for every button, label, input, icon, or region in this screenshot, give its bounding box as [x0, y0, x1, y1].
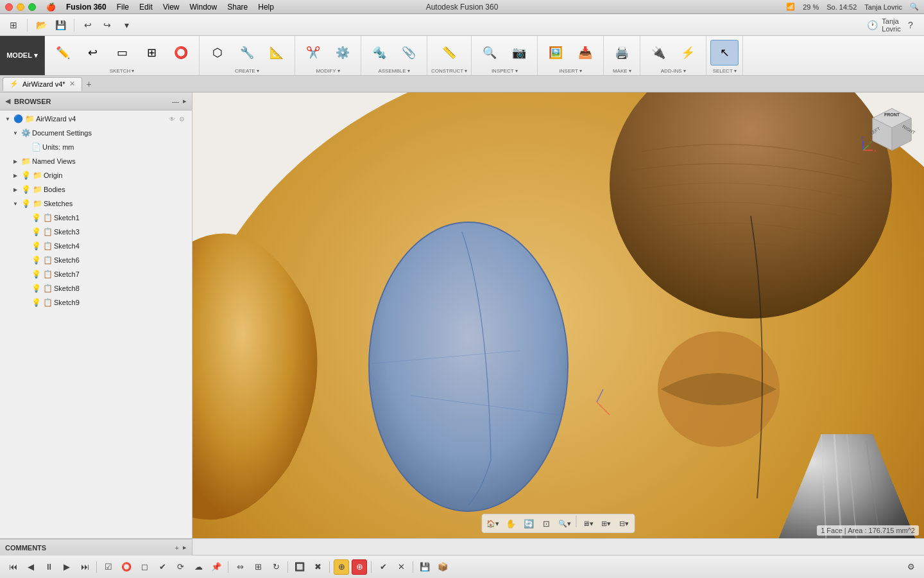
addins-tool-plugin[interactable]: 🔌 — [644, 40, 672, 66]
history-button[interactable]: 🕐 — [864, 17, 880, 33]
tree-item-sketches[interactable]: ▼ 💡 📁 Sketches — [0, 197, 192, 211]
vp-grid[interactable]: ⊞▾ — [599, 516, 614, 531]
marker-pin[interactable]: 📌 — [209, 559, 224, 575]
visibility-button[interactable]: 👁 — [169, 116, 179, 123]
user-button[interactable]: Tanja Lovric — [883, 17, 900, 33]
inspect-tool-measure[interactable]: 🔍 — [475, 40, 504, 66]
tree-item-named-views[interactable]: ▶ 📁 Named Views — [0, 154, 192, 168]
close-button[interactable] — [5, 3, 13, 11]
marker-refresh[interactable]: ⟳ — [173, 559, 188, 575]
rotate-tool[interactable]: ↻ — [268, 559, 284, 575]
help-button[interactable]: ? — [902, 17, 919, 33]
user-name[interactable]: Tanja Lovric — [864, 3, 902, 11]
addins-tool-script[interactable]: ⚡ — [674, 40, 702, 66]
menu-window[interactable]: Window — [190, 3, 218, 12]
settings-button[interactable]: ⚙ — [903, 559, 919, 575]
tree-item-sketch7[interactable]: 💡 📋 Sketch7 — [0, 267, 192, 281]
assemble-tool-joint[interactable]: 🔩 — [365, 40, 393, 66]
capture-btn[interactable]: 🔲 — [292, 559, 307, 575]
tree-item-sketch1[interactable]: 💡 📋 Sketch1 — [0, 211, 192, 225]
marker-circle[interactable]: ⭕ — [119, 559, 134, 575]
viewport[interactable]: FRONT LEFT RIGHT X Z Y 1 Face | Area : 1… — [193, 92, 924, 538]
toggle-origin[interactable]: ▶ — [10, 170, 21, 180]
check-tool[interactable]: ✔ — [375, 559, 391, 575]
vp-nav-zoom[interactable]: 🔍▾ — [557, 516, 572, 531]
vp-nav-orbit[interactable]: 🔄 — [521, 516, 536, 531]
sidebar-pin-button[interactable]: ▸ — [183, 97, 187, 105]
vp-nav-home[interactable]: 🏠▾ — [485, 516, 501, 531]
maximize-button[interactable] — [28, 3, 36, 11]
make-tool-print[interactable]: 🖨️ — [608, 40, 636, 66]
grid-snap[interactable]: ⊞ — [250, 559, 266, 575]
package-tool[interactable]: 📦 — [435, 559, 450, 575]
search-icon[interactable]: 🔍 — [910, 3, 919, 11]
modify-tool-fillet[interactable]: ✂️ — [299, 40, 327, 66]
sketch-tool-grid[interactable]: ⊞ — [137, 40, 166, 66]
more-button[interactable]: ▾ — [118, 17, 135, 33]
viewcube[interactable]: FRONT LEFT RIGHT X Z Y — [860, 99, 918, 157]
redo-button[interactable]: ↪ — [99, 17, 116, 33]
menu-view[interactable]: View — [163, 3, 180, 12]
menu-share[interactable]: Share — [227, 3, 248, 12]
playback-next[interactable]: ▶ — [59, 559, 74, 575]
create-tool-revolve[interactable]: 🔧 — [233, 40, 261, 66]
toggle-docsettings[interactable]: ▼ — [10, 128, 21, 138]
settings-button[interactable]: ⚙ — [179, 116, 189, 123]
create-tool-sweep[interactable]: 📐 — [262, 40, 291, 66]
vp-nav-pan[interactable]: ✋ — [503, 516, 518, 531]
minimize-button[interactable] — [17, 3, 24, 11]
playback-end[interactable]: ⏭ — [77, 559, 92, 575]
playback-start[interactable]: ⏮ — [5, 559, 21, 575]
tree-item-sketch3[interactable]: 💡 📋 Sketch3 — [0, 225, 192, 239]
insert-tool-import[interactable]: 📥 — [571, 40, 599, 66]
toggle-sketches[interactable]: ▼ — [10, 198, 21, 209]
tab-close-button[interactable]: ✕ — [69, 80, 75, 88]
menu-file[interactable]: File — [117, 3, 129, 12]
tree-item-docsettings[interactable]: ▼ ⚙️ Document Settings — [0, 126, 192, 140]
create-tool-extrude[interactable]: ⬡ — [203, 40, 232, 66]
sidebar-options-button[interactable]: — — [172, 98, 179, 105]
vp-grid2[interactable]: ⊟▾ — [617, 516, 632, 531]
main-tab[interactable]: ⚡ AirWizard v4* ✕ — [3, 77, 82, 91]
toggle-root[interactable]: ▼ — [3, 114, 13, 124]
inspect-tool-section[interactable]: 📷 — [505, 40, 533, 66]
app-name[interactable]: Fusion 360 — [66, 3, 107, 12]
tree-item-units[interactable]: 📄 Units: mm — [0, 140, 192, 154]
red-tool[interactable]: ⊕ — [352, 559, 367, 575]
tree-item-sketch8[interactable]: 💡 📋 Sketch8 — [0, 281, 192, 295]
open-button[interactable]: 📂 — [33, 17, 49, 33]
undo-button[interactable]: ↩ — [80, 17, 96, 33]
tree-item-origin[interactable]: ▶ 💡 📁 Origin — [0, 168, 192, 182]
playback-prev[interactable]: ◀ — [23, 559, 38, 575]
save-tool[interactable]: 💾 — [417, 559, 432, 575]
new-tab-button[interactable]: + — [83, 78, 95, 90]
snap-tool[interactable]: ⇔ — [232, 559, 248, 575]
tree-item-sketch9[interactable]: 💡 📋 Sketch9 — [0, 295, 192, 310]
tree-item-root[interactable]: ▼ 🔵 📁 AirWizard v4 👁 ⚙ — [0, 112, 192, 126]
select-tool-arrow[interactable]: ↖ — [710, 40, 739, 66]
menu-edit[interactable]: Edit — [139, 3, 153, 12]
insert-tool-image[interactable]: 🖼️ — [542, 40, 570, 66]
modify-tool-shell[interactable]: ⚙️ — [329, 40, 357, 66]
mode-selector[interactable]: MODEL ▾ — [0, 36, 45, 75]
construct-tool-plane[interactable]: 📏 — [435, 40, 463, 66]
save-button[interactable]: 💾 — [52, 17, 69, 33]
sketch-tool-undo[interactable]: ↩ — [78, 40, 107, 66]
toggle-bodies[interactable]: ▶ — [10, 184, 21, 195]
menu-help[interactable]: Help — [258, 3, 274, 12]
x-tool[interactable]: ✕ — [393, 559, 409, 575]
apps-button[interactable]: ⊞ — [5, 17, 22, 33]
toggle-named-views[interactable]: ▶ — [10, 156, 21, 166]
marker-square[interactable]: ◻ — [137, 559, 152, 575]
playback-pause[interactable]: ⏸ — [41, 559, 56, 575]
sketch-tool-create[interactable]: ✏️ — [49, 40, 77, 66]
yellow-tool[interactable]: ⊕ — [334, 559, 349, 575]
tree-item-sketch6[interactable]: 💡 📋 Sketch6 — [0, 253, 192, 267]
comments-collapse-button[interactable]: ▸ — [183, 543, 187, 552]
vp-display-mode[interactable]: 🖥▾ — [581, 516, 596, 531]
sketch-tool-circle[interactable]: ⭕ — [167, 40, 195, 66]
close-capture[interactable]: ✖ — [310, 559, 325, 575]
marker-check[interactable]: ✔ — [155, 559, 170, 575]
marker-cloud[interactable]: ☁ — [191, 559, 206, 575]
sidebar-collapse-button[interactable]: ◀ — [5, 97, 10, 105]
